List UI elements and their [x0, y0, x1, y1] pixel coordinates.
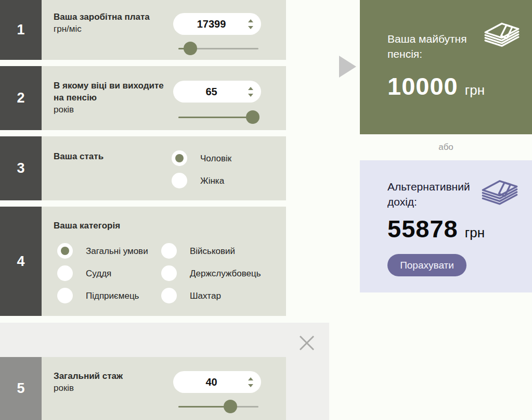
gender-title: Ваша стать — [54, 150, 103, 162]
step-gender-content: Ваша стать Чоловік Жінка — [42, 136, 286, 200]
step-number-badge: 4 — [0, 207, 42, 316]
step-row-gender: 3 Ваша стать Чоловік Жінка — [0, 136, 286, 200]
age-input[interactable]: 65 — [173, 81, 261, 103]
spinner-down-icon[interactable] — [248, 94, 253, 97]
step-row-category: 4 Ваша категорія Загальні умови Військов… — [0, 207, 286, 316]
step-experience-content: Загальний стаж років 40 — [42, 357, 286, 420]
radio-entrepreneur-label[interactable]: Підприємець — [86, 291, 139, 301]
step-salary-content: Ваша заробітна плата грн/міс 17399 — [42, 0, 286, 60]
pension-amount: 10000 — [387, 72, 458, 100]
salary-input[interactable]: 17399 — [173, 13, 261, 35]
category-title: Ваша категорія — [54, 220, 120, 232]
radio-entrepreneur[interactable] — [57, 288, 73, 303]
radio-judge-label[interactable]: Суддя — [86, 269, 111, 279]
gender-label: Ваша стать — [54, 150, 103, 162]
alternative-income-panel: Альтернативний дохід: 55878 грн Порахува… — [360, 160, 532, 292]
experience-slider[interactable] — [178, 406, 258, 408]
or-divider-label: або — [360, 142, 532, 152]
radio-general[interactable] — [57, 243, 73, 259]
radio-male-label[interactable]: Чоловік — [200, 154, 231, 164]
alternative-title: Альтернативний дохід: — [387, 179, 481, 209]
salary-title: Ваша заробітна плата — [54, 11, 150, 23]
alternative-amount: 55878 — [387, 214, 458, 243]
radio-military[interactable] — [161, 243, 177, 259]
age-slider-fill — [178, 117, 253, 118]
step-row-experience: 5 Загальний стаж років 40 — [0, 357, 286, 420]
age-spinners — [248, 81, 253, 103]
age-title: В якому віці ви виходите на пенсію — [54, 80, 169, 104]
step-age-content: В якому віці ви виходите на пенсію років… — [42, 66, 286, 130]
experience-title: Загальний стаж — [54, 370, 123, 382]
step-number-badge: 1 — [0, 0, 42, 60]
spinner-up-icon[interactable] — [248, 377, 253, 380]
spinner-down-icon[interactable] — [248, 26, 253, 29]
step-number-badge: 5 — [0, 357, 42, 420]
pension-amount-line: 10000 грн — [387, 72, 485, 100]
pension-result-panel: Ваша майбутня пенсія: 10000 грн — [360, 0, 532, 134]
pension-result-title: Ваша майбутня пенсія: — [387, 31, 486, 61]
step-number-badge: 2 — [0, 66, 42, 130]
salary-value: 17399 — [197, 18, 238, 30]
radio-civil-servant-label[interactable]: Держслужбовець — [190, 269, 261, 279]
radio-general-label[interactable]: Загальні умови — [86, 246, 148, 257]
radio-male[interactable] — [172, 150, 187, 166]
calculate-button[interactable]: Порахувати — [387, 254, 466, 276]
category-label: Ваша категорія — [54, 220, 120, 232]
close-icon[interactable] — [298, 334, 316, 352]
salary-slider-thumb[interactable] — [184, 42, 197, 55]
experience-slider-fill — [178, 406, 230, 408]
age-value: 65 — [205, 86, 228, 98]
salary-unit: грн/міс — [54, 23, 150, 35]
radio-judge[interactable] — [57, 265, 73, 281]
salary-slider[interactable] — [178, 48, 258, 49]
pension-currency: грн — [465, 82, 485, 98]
alternative-amount-line: 55878 грн — [387, 214, 485, 243]
salary-label: Ваша заробітна плата грн/міс — [54, 11, 150, 35]
radio-female[interactable] — [172, 173, 187, 188]
radio-miner-label[interactable]: Шахтар — [190, 291, 221, 301]
step-category-content: Ваша категорія Загальні умови Військовий… — [42, 207, 286, 316]
age-slider[interactable] — [178, 117, 258, 118]
experience-value: 40 — [205, 376, 228, 388]
radio-miner[interactable] — [161, 288, 177, 303]
experience-input[interactable]: 40 — [173, 371, 261, 393]
step-row-retirement-age: 2 В якому віці ви виходите на пенсію рок… — [0, 66, 286, 130]
spinner-up-icon[interactable] — [248, 87, 253, 90]
salary-spinners — [248, 13, 253, 35]
experience-spinners — [248, 371, 253, 393]
arrow-right-triangle-icon — [339, 56, 356, 78]
radio-female-label[interactable]: Жінка — [200, 176, 224, 186]
age-unit: років — [54, 104, 169, 116]
experience-label: Загальний стаж років — [54, 370, 123, 394]
step-number-badge: 3 — [0, 136, 42, 200]
experience-unit: років — [54, 382, 123, 394]
spinner-down-icon[interactable] — [248, 384, 253, 387]
age-slider-thumb[interactable] — [246, 110, 259, 124]
spinner-up-icon[interactable] — [248, 19, 253, 22]
money-stack-icon — [483, 17, 521, 50]
age-label: В якому віці ви виходите на пенсію років — [54, 80, 169, 116]
radio-civil-servant[interactable] — [161, 265, 177, 281]
money-stack-icon — [480, 174, 520, 209]
step-row-salary: 1 Ваша заробітна плата грн/міс 17399 — [0, 0, 286, 60]
alternative-currency: грн — [465, 225, 485, 241]
radio-military-label[interactable]: Військовий — [190, 246, 235, 257]
experience-slider-thumb[interactable] — [224, 400, 237, 413]
